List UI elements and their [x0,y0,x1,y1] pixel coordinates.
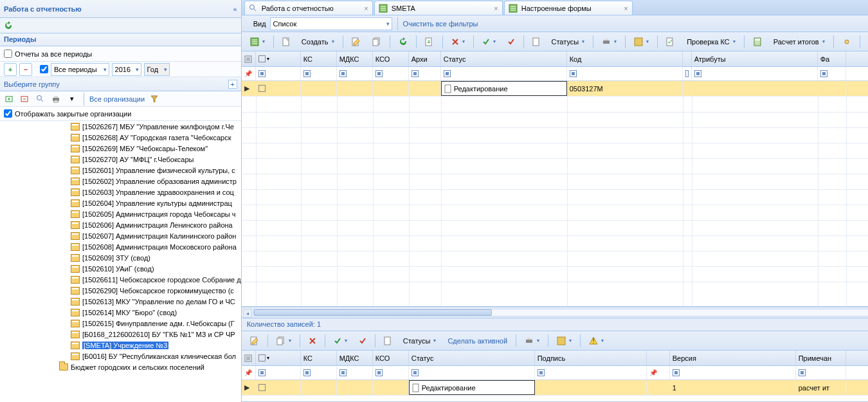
scroll-left-icon[interactable]: ◂ [243,309,252,318]
col-header[interactable]: Статус [441,51,567,66]
org-tree[interactable]: [15026267] МБУ "Управление жилфондом г.Ч… [0,121,241,402]
grid-top-data-row[interactable]: ▶Редактирование0503127М [242,81,868,96]
data-cell[interactable]: ▶ [242,380,256,395]
filter-box-icon[interactable] [673,369,680,376]
sub-doc-icon[interactable] [379,334,396,348]
warning-icon[interactable]: !▾ [584,334,608,348]
filter-cell[interactable] [692,67,818,80]
tab-1[interactable]: SMETA× [374,1,503,15]
col-header[interactable]: Фа [818,51,846,66]
tree-node[interactable]: [1502605] Администрация города Чебоксары… [0,208,241,219]
tool-icon[interactable]: ▾ [629,35,653,49]
tab-2[interactable]: Настроенные формы× [504,1,633,15]
add-group-button[interactable]: + [228,80,237,89]
tree-node[interactable]: [15026268] АУ "Городская газета "Чебокса… [0,132,241,143]
sub-tool-icon[interactable]: ▾ [552,334,576,348]
data-cell[interactable] [409,81,441,96]
tree-node[interactable]: [1502604] Управление культуры администра… [0,197,241,208]
copy-icon[interactable] [368,35,386,49]
check-ks-button[interactable]: Проверка КС▾ [682,35,740,49]
calc-icon[interactable] [748,35,766,49]
data-cell[interactable]: Редактирование [441,81,567,96]
filter-box-icon[interactable] [339,369,347,376]
delete-icon[interactable]: ▾ [447,35,469,49]
filter-box-icon[interactable] [375,70,383,77]
filter-cell[interactable] [818,67,846,80]
close-tab-icon[interactable]: × [624,5,628,12]
filter-cell[interactable] [373,67,409,80]
filter-cell[interactable] [301,366,337,379]
edit-icon[interactable] [347,35,365,49]
col-header[interactable]: КС [301,351,337,365]
tree-node[interactable]: [1502610] УАиГ (свод) [0,263,241,274]
filter-box-icon[interactable] [685,70,689,77]
view-combo[interactable]: Список [270,17,392,30]
sub-approve-icon[interactable]: ▾ [329,334,352,348]
close-tab-icon[interactable]: × [494,5,498,12]
tree-node[interactable]: [SMETA] Учреждение №3 [0,340,241,351]
toolbar-config-icon[interactable]: ▾ [246,35,269,49]
filter-box-icon[interactable] [375,369,383,376]
data-cell[interactable] [337,81,373,96]
sub-edit-icon[interactable] [246,334,264,348]
col-header[interactable]: КС [301,51,337,66]
calc-button[interactable]: Расчет итогов▾ [769,35,829,49]
print-tree-icon[interactable] [50,93,62,105]
data-cell[interactable]: 1 [670,380,796,395]
filter-icon[interactable] [149,93,160,105]
refresh-icon[interactable] [3,20,14,32]
filter-cell[interactable] [683,67,692,80]
col-header[interactable]: КСО [373,351,409,365]
filter-box-icon[interactable] [411,369,419,376]
tree-node[interactable]: [1502614] МКУ "Бюро" (свод) [0,307,241,318]
all-periods-checkbox[interactable] [4,50,12,58]
data-cell[interactable] [337,380,373,395]
doc-status-icon[interactable] [528,35,545,49]
sub-copy-icon[interactable]: ▾ [272,334,296,348]
statuses-button[interactable]: Статусы▾ [547,35,590,49]
print-icon[interactable]: ▾ [597,35,621,49]
filter-cell[interactable] [409,67,441,80]
tree-node[interactable]: [1502609] ЗТУ (свод) [0,252,241,263]
filter-box-icon[interactable] [444,70,451,77]
tree-node[interactable]: [1502601] Управление физической культуры… [0,165,241,176]
sub-statuses-button[interactable]: Статусы▾ [399,334,441,348]
check-ks-icon[interactable] [662,35,680,49]
tree-node[interactable]: [15026269] МБУ "Чебоксары-Телеком" [0,143,241,154]
reject-icon[interactable] [503,35,520,49]
filter-box-icon[interactable] [339,70,347,77]
tree-node[interactable]: [15026267] МБУ "Управление жилфондом г.Ч… [0,121,241,132]
tree-node[interactable]: [1502608] Администрация Московского райо… [0,241,241,252]
settings-icon[interactable] [838,35,856,49]
col-header[interactable]: Версия [670,351,796,365]
data-cell[interactable] [535,380,647,395]
filter-cell[interactable] [256,366,301,379]
col-header[interactable] [242,351,256,365]
search-tree-icon[interactable] [35,93,46,105]
col-header[interactable]: МДКС [337,351,373,365]
tree-node[interactable]: [1502602] Управление образования админис… [0,176,241,187]
sub-delete-icon[interactable] [304,334,321,348]
filter-cell[interactable] [301,67,337,80]
collapse-icon[interactable]: « [233,5,237,13]
new-doc-icon[interactable] [278,35,294,49]
data-cell[interactable] [818,81,846,96]
filter-box-icon[interactable] [694,70,701,77]
filter-box-icon[interactable] [570,70,577,77]
col-header[interactable]: ▾ [256,51,301,66]
filter-box-icon[interactable] [258,369,266,376]
data-cell[interactable] [256,380,301,395]
sub-print-icon[interactable]: ▾ [520,334,544,348]
col-header[interactable]: МДКС [337,51,373,66]
grid-top-hscroll[interactable]: ◂ ▸ [242,307,868,318]
sub-reject-icon[interactable] [354,334,371,348]
col-header[interactable]: Примечан [796,351,846,365]
col-header[interactable]: Архи [409,51,441,66]
year-unit-combo[interactable]: Год [144,63,170,76]
col-header[interactable] [647,351,670,365]
col-header[interactable]: Атрибуты [692,51,818,66]
filter-cell[interactable] [373,366,409,379]
filter-cell[interactable] [535,366,647,379]
tree-node[interactable]: [15026611] Чебоксарское городское Собран… [0,274,241,285]
tree-node[interactable]: [1502613] МКУ "Управление по делам ГО и … [0,296,241,307]
